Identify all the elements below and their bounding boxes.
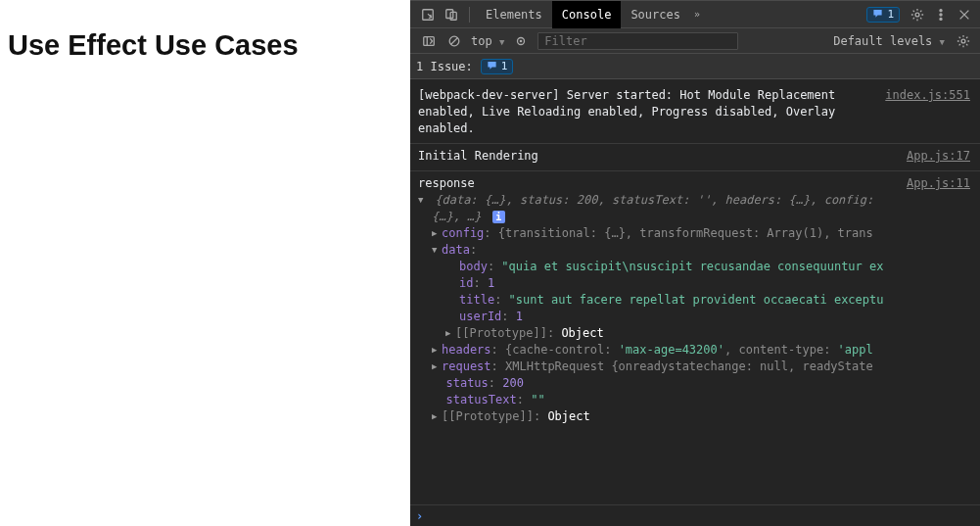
tab-sources[interactable]: Sources: [621, 1, 690, 28]
prompt-caret-icon: ›: [416, 509, 423, 523]
close-icon[interactable]: [957, 7, 972, 23]
issues-pill[interactable]: 1: [866, 7, 900, 23]
clear-console-icon[interactable]: [446, 33, 462, 49]
live-expression-icon[interactable]: [513, 33, 529, 49]
device-toolbar-icon[interactable]: [443, 7, 459, 23]
log-levels-selector[interactable]: Default levels ▼: [827, 34, 951, 48]
log-message: index.js:551 [webpack-dev-server] Server…: [410, 83, 980, 144]
object-summary-cont: {…}, …} i: [418, 209, 972, 225]
expand-arrow-icon[interactable]: [432, 225, 442, 242]
inspect-icon[interactable]: [420, 7, 436, 23]
log-message: App.js:17 Initial Rendering: [410, 144, 980, 171]
expand-arrow-icon[interactable]: [432, 408, 442, 425]
expand-arrow-icon[interactable]: [432, 242, 442, 259]
object-entry: title: "sunt aut facere repellat provide…: [418, 292, 972, 309]
console-prompt[interactable]: ›: [410, 504, 980, 526]
issues-label: 1 Issue:: [416, 60, 473, 73]
expand-arrow-icon[interactable]: [445, 325, 455, 342]
tab-elements[interactable]: Elements: [476, 1, 552, 28]
console-output: index.js:551 [webpack-dev-server] Server…: [410, 79, 980, 504]
svg-point-11: [961, 39, 965, 43]
expand-arrow-icon[interactable]: [432, 342, 442, 359]
log-message: App.js:11 response {data: {…}, status: 2…: [410, 171, 980, 431]
source-link[interactable]: App.js:17: [907, 148, 970, 165]
issue-icon: [487, 60, 497, 73]
sidebar-toggle-icon[interactable]: [421, 33, 437, 49]
svg-point-3: [915, 13, 919, 17]
tab-console[interactable]: Console: [552, 1, 622, 28]
console-settings-icon[interactable]: [956, 33, 971, 49]
issues-count: 1: [887, 8, 894, 21]
object-entry[interactable]: data:: [418, 242, 972, 259]
issue-icon: [872, 8, 883, 22]
source-link[interactable]: App.js:11: [907, 175, 970, 192]
object-entry[interactable]: config: {transitional: {…}, transformReq…: [418, 225, 972, 242]
svg-point-6: [940, 18, 942, 20]
issues-bar-pill[interactable]: 1: [481, 59, 514, 74]
svg-rect-1: [446, 9, 453, 18]
page-title: Use Effect Use Cases: [8, 29, 402, 62]
object-entry: userId: 1: [418, 309, 972, 325]
object-entry[interactable]: request: XMLHttpRequest {onreadystatecha…: [418, 359, 972, 375]
object-entry[interactable]: [[Prototype]]: Object: [418, 325, 972, 342]
object-entry: body: "quia et suscipit\nsuscipit recusa…: [418, 259, 972, 275]
svg-point-10: [520, 39, 523, 42]
object-summary[interactable]: {data: {…}, status: 200, statusText: '',…: [418, 192, 972, 209]
svg-point-5: [940, 13, 942, 15]
expand-arrow-icon[interactable]: [418, 192, 428, 209]
filter-input[interactable]: [537, 32, 738, 50]
kebab-menu-icon[interactable]: [933, 7, 949, 23]
console-toolbar: top ▼ Default levels ▼: [410, 28, 980, 54]
issues-bar-count: 1: [501, 60, 508, 72]
object-entry: statusText: "": [418, 392, 972, 408]
object-entry: id: 1: [418, 275, 972, 292]
devtools-panel: Elements Console Sources » 1 top: [410, 0, 980, 526]
more-tabs-icon[interactable]: »: [694, 9, 700, 20]
levels-label: Default levels: [833, 34, 932, 48]
object-entry[interactable]: headers: {cache-control: 'max-age=43200'…: [418, 342, 972, 359]
log-text: Initial Rendering: [418, 149, 538, 163]
info-badge-icon[interactable]: i: [492, 211, 505, 223]
svg-point-4: [940, 9, 942, 11]
source-link[interactable]: index.js:551: [885, 87, 970, 104]
log-label: response: [418, 175, 972, 192]
object-entry[interactable]: [[Prototype]]: Object: [418, 408, 972, 425]
context-label: top: [471, 34, 492, 48]
object-entry: status: 200: [418, 375, 972, 392]
context-selector[interactable]: top ▼: [467, 34, 508, 48]
separator: [469, 7, 470, 23]
settings-icon[interactable]: [910, 7, 925, 23]
devtools-tabstrip: Elements Console Sources » 1: [410, 1, 980, 28]
expand-arrow-icon[interactable]: [432, 359, 442, 375]
issues-bar: 1 Issue: 1: [410, 54, 980, 79]
